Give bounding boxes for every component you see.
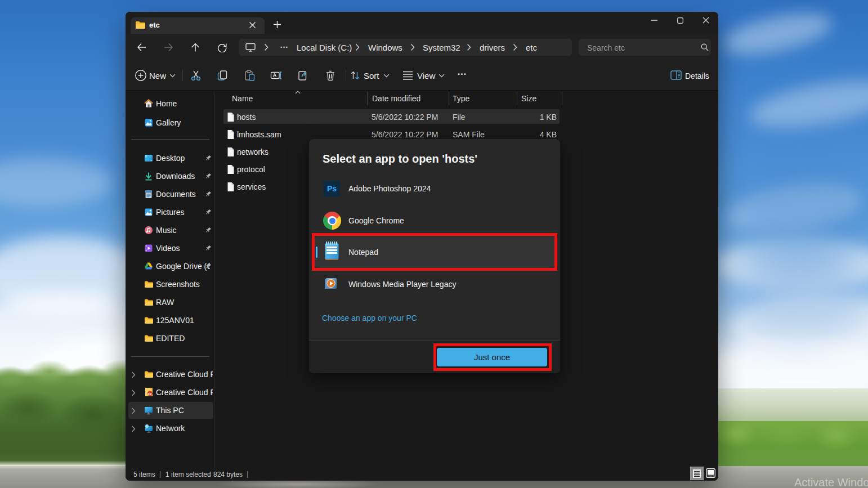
svg-text:cc: cc [148,392,153,396]
